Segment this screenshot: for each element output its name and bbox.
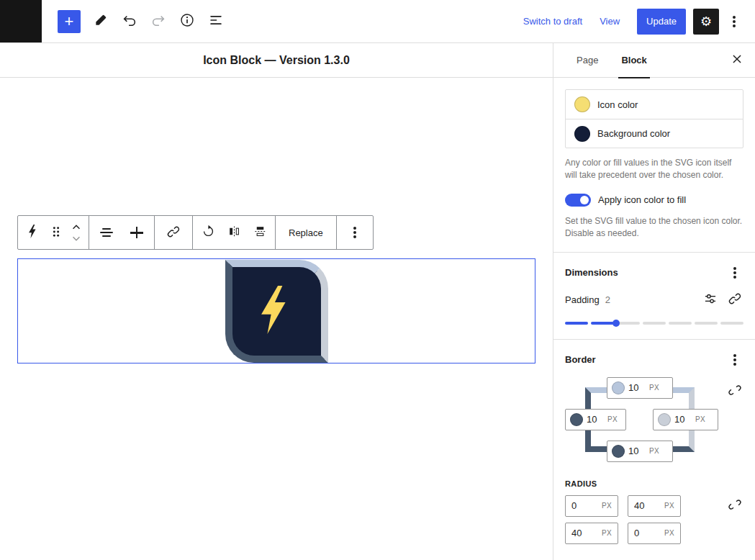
icon-color-row[interactable]: Icon color — [566, 90, 743, 119]
apply-fill-toggle-row: Apply icon color to fill — [565, 194, 743, 207]
unit-label: PX — [649, 447, 659, 455]
unit-label: PX — [664, 502, 674, 510]
border-unlink-button[interactable] — [726, 383, 743, 400]
align-button[interactable] — [91, 216, 122, 249]
radius-top-left-input[interactable] — [571, 500, 592, 511]
dimensions-title: Dimensions — [565, 267, 618, 278]
padding-slider[interactable] — [565, 319, 743, 328]
flip-vertical-button[interactable] — [247, 216, 273, 249]
block-settings-panel: Icon color Background color Any color or… — [553, 78, 755, 560]
drag-handle[interactable] — [46, 216, 66, 249]
rotate-button[interactable] — [195, 216, 221, 249]
details-button[interactable] — [174, 9, 200, 35]
switch-to-draft-link[interactable]: Switch to draft — [515, 16, 591, 27]
block-mover — [66, 221, 86, 244]
align-center-icon — [100, 228, 113, 237]
border-left-width-input[interactable] — [587, 414, 604, 425]
border-right-control: PX — [653, 409, 718, 430]
block-options-button[interactable] — [339, 216, 371, 249]
rotate-icon — [202, 225, 215, 240]
apply-fill-toggle[interactable] — [565, 194, 591, 207]
radius-bottom-left-input[interactable] — [571, 528, 592, 538]
divider — [553, 339, 755, 340]
unit-label: PX — [695, 415, 705, 423]
undo-button[interactable] — [117, 9, 143, 35]
icon-block-figure — [225, 260, 328, 363]
replace-button[interactable]: Replace — [278, 216, 334, 249]
link-icon — [166, 225, 181, 241]
dimensions-options-button[interactable] — [726, 264, 743, 281]
chevron-down-icon — [71, 233, 82, 244]
position-center-icon — [130, 227, 143, 238]
icon-color-label: Icon color — [597, 99, 638, 110]
position-button[interactable] — [122, 216, 152, 249]
border-bottom-control: PX — [607, 441, 673, 462]
apply-fill-toggle-label: Apply icon color to fill — [598, 194, 686, 205]
bolt-icon — [29, 225, 37, 240]
border-bottom-width-input[interactable] — [628, 446, 646, 456]
vertical-ellipsis-icon — [353, 231, 356, 234]
padding-link-sides-button[interactable] — [726, 292, 743, 309]
color-help-text: Any color or fill values in the SVG icon… — [565, 157, 743, 182]
border-panel-header: Border — [565, 351, 743, 369]
border-top-color-swatch[interactable] — [612, 381, 625, 394]
move-down-button[interactable] — [66, 232, 86, 244]
color-settings: Icon color Background color — [565, 89, 743, 148]
drag-handle-icon — [51, 225, 61, 240]
padding-custom-size-button[interactable] — [702, 292, 719, 309]
wordpress-logo[interactable] — [0, 0, 42, 42]
block-toolbar: Replace — [17, 215, 374, 250]
pencil-icon — [94, 13, 108, 30]
border-right-width-input[interactable] — [674, 414, 692, 425]
list-view-icon — [208, 12, 224, 30]
header-toolbar: + — [58, 9, 229, 35]
link-button[interactable] — [157, 216, 190, 249]
border-box-control: PX PX PX PX — [565, 377, 743, 465]
list-view-button[interactable] — [203, 9, 229, 35]
radius-bottom-left-control: PX — [565, 523, 618, 544]
flip-horizontal-button[interactable] — [221, 216, 247, 249]
move-up-button[interactable] — [66, 221, 86, 232]
undo-icon — [122, 12, 137, 30]
block-type-button[interactable] — [20, 216, 46, 249]
close-settings-button[interactable] — [725, 48, 749, 73]
border-title: Border — [565, 354, 596, 365]
background-color-label: Background color — [597, 128, 670, 139]
border-top-width-input[interactable] — [628, 382, 646, 393]
radius-unlink-button[interactable] — [726, 497, 743, 515]
background-color-row[interactable]: Background color — [566, 119, 743, 148]
unit-label: PX — [602, 502, 612, 510]
link-icon — [728, 292, 742, 308]
sliders-icon — [703, 292, 718, 308]
block-inserter-button[interactable]: + — [58, 10, 81, 33]
unit-label: PX — [649, 384, 659, 392]
document-title: Icon Block — Version 1.3.0 — [203, 54, 350, 67]
view-link[interactable]: View — [591, 16, 628, 27]
sidebar-tabs: Page Block — [553, 43, 755, 78]
radius-top-right-control: PX — [628, 495, 681, 517]
tools-button[interactable] — [88, 9, 114, 35]
border-left-color-swatch[interactable] — [570, 413, 583, 426]
radius-bottom-right-input[interactable] — [634, 528, 654, 538]
tab-page[interactable]: Page — [565, 43, 610, 78]
update-button[interactable]: Update — [637, 9, 686, 35]
options-menu-button[interactable] — [723, 9, 745, 35]
selected-icon-block[interactable] — [17, 258, 535, 363]
tab-block[interactable]: Block — [610, 43, 658, 78]
padding-row: Padding 2 — [565, 292, 743, 309]
border-options-button[interactable] — [726, 351, 743, 369]
settings-button[interactable]: ⚙ — [693, 9, 719, 35]
border-bottom-color-swatch[interactable] — [612, 445, 625, 458]
block-editor-app: + — [0, 0, 755, 560]
slider-thumb[interactable] — [612, 320, 620, 327]
border-right-color-swatch[interactable] — [658, 413, 671, 426]
redo-button[interactable] — [145, 9, 171, 35]
chevron-up-icon — [71, 222, 82, 232]
border-left-control: PX — [565, 409, 626, 430]
padding-label: Padding — [565, 294, 600, 305]
radius-top-right-input[interactable] — [634, 500, 654, 511]
divider — [553, 252, 755, 253]
vertical-ellipsis-icon — [733, 20, 736, 23]
radius-bottom-right-control: PX — [628, 523, 681, 544]
vertical-ellipsis-icon — [733, 271, 736, 274]
